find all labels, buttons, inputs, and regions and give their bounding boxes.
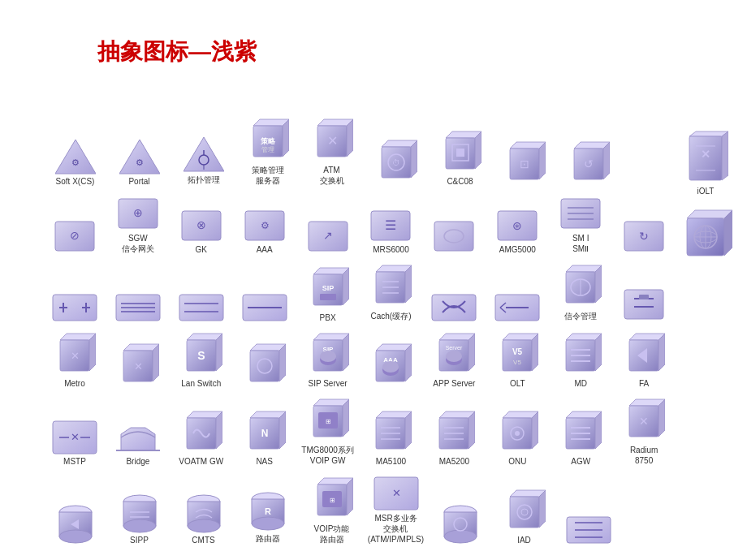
row-4: ✕ Metro ✕ S Lan Switch: [45, 332, 674, 388]
topology-icon: [184, 136, 224, 173]
svg-rect-66: [179, 295, 223, 321]
svg-marker-227: [722, 131, 728, 180]
svg-text:SIP: SIP: [322, 284, 334, 292]
side-item-iolt: ✕ iOLT: [683, 130, 728, 196]
e3-icon: ↺: [568, 140, 610, 186]
cyl2-icon: [441, 502, 480, 545]
r3e4-icon: [241, 293, 288, 322]
svg-point-203: [252, 517, 284, 530]
page-title: 抽象图标—浅紫: [97, 37, 257, 67]
icon-item-ma5100: MA5100: [361, 410, 421, 466]
icon-item-r2e2: ↗: [298, 218, 358, 254]
gk-label: GK: [196, 245, 207, 254]
svg-text:↺: ↺: [584, 157, 594, 170]
r3e6-icon: [494, 293, 541, 322]
row-5: ✕ MSTP Bridge: [45, 398, 674, 466]
icon-item-amg5000: ⊛ AMG5000: [487, 208, 547, 254]
svg-text:☰: ☰: [385, 218, 396, 232]
topology-label: 拓扑管理: [188, 174, 220, 186]
msr-icon: ✕: [373, 476, 420, 511]
r4e12-icon: ✕: [117, 342, 159, 388]
icon-item-topology: 拓扑管理: [173, 136, 234, 186]
svg-marker-102: [153, 344, 159, 381]
svg-marker-143: [658, 334, 665, 371]
r4e13-icon: [244, 342, 286, 388]
svg-marker-120: [405, 344, 412, 381]
icon-item-r3e6: [487, 293, 547, 322]
mstp-label: MSTP: [63, 457, 86, 466]
r2e2-icon: ↗: [307, 218, 349, 254]
fa-icon: [623, 332, 665, 377]
agw-icon: [559, 410, 602, 455]
router-label: 路由器: [256, 533, 280, 545]
svg-text:V5: V5: [512, 347, 523, 356]
svg-marker-152: [216, 411, 222, 449]
icon-item-mrs6000: ☰ MRS6000: [361, 208, 421, 254]
ma5200-icon: [433, 410, 475, 455]
bridge-label: Bridge: [126, 457, 149, 466]
iolt-icon: ✕: [683, 130, 728, 185]
appserver-icon: Server: [433, 332, 475, 377]
onu-label: ONU: [508, 457, 526, 466]
r2e4-icon: ↻: [623, 218, 665, 254]
icon-item-tmg: ⊞ TMG8000系列VOIP GW: [298, 398, 358, 466]
icon-item-cc08: C&C08: [430, 130, 490, 186]
cach-label: Cach(缓存): [370, 311, 411, 322]
svg-marker-106: [216, 334, 222, 371]
icon-grid: ⚙ Soft X(CS) ⚙ Portal 拓扑管理: [45, 118, 674, 554]
svg-text:✕: ✕: [70, 431, 79, 443]
icon-item-agw: AGW: [551, 410, 611, 466]
svg-rect-47: [434, 222, 473, 251]
icon-item-ma5200: MA5200: [424, 410, 484, 466]
svg-text:↗: ↗: [323, 229, 333, 242]
icon-item-sigm: 信令管理: [551, 264, 611, 322]
r3e5-icon: [430, 293, 477, 322]
svg-text:⚙: ⚙: [71, 157, 80, 167]
portal-label: Portal: [128, 177, 149, 186]
svg-point-123: [382, 361, 399, 373]
atm-icon: ✕: [311, 118, 353, 163]
cmts-icon: [184, 492, 223, 534]
r4e14-icon: AAA: [369, 342, 412, 388]
svg-text:✕: ✕: [639, 415, 649, 428]
icon-item-softx: ⚙ Soft X(CS): [45, 138, 106, 186]
icon-item-e1: ⏱: [365, 139, 426, 186]
onu-icon: [496, 410, 538, 455]
icon-item-onu: ONU: [487, 410, 547, 466]
svg-text:⏱: ⏱: [392, 158, 400, 167]
portal-icon: ⚙: [119, 138, 160, 175]
svg-marker-137: [595, 334, 602, 371]
svg-text:Server: Server: [446, 345, 463, 351]
icon-item-e2: ⊡: [494, 140, 555, 186]
icon-item-sgw: ⊕ SGW信令网关: [108, 196, 168, 254]
bigcube-icon: [679, 207, 732, 261]
icon-item-r4e13: [235, 342, 295, 388]
r2e3-icon: [433, 218, 475, 254]
icon-item-sm: SM ISMⅡ: [551, 196, 611, 254]
tmg-label: TMG8000系列VOIP GW: [301, 445, 353, 466]
msr-label: MSR多业务交换机(ATM/IP/MPLS): [368, 513, 424, 545]
icon-item-aaa: ⚙ AAA: [235, 208, 295, 254]
atm-label: ATM交换机: [320, 165, 344, 186]
svg-marker-114: [343, 334, 349, 371]
svg-text:✕: ✕: [701, 148, 710, 161]
icon-item-e3: ↺: [558, 140, 619, 186]
svg-text:S: S: [197, 349, 205, 362]
svg-marker-89: [595, 265, 602, 303]
svg-marker-78: [405, 265, 412, 303]
svg-rect-75: [320, 294, 336, 300]
icon-item-r3e4: [235, 293, 295, 322]
voatm-label: VOATM GW: [179, 457, 223, 466]
icon-item-r3e1: [45, 293, 105, 322]
icon-item-r3e2: [108, 293, 168, 322]
icon-item-sipserver: SIP SIP Server: [298, 332, 358, 388]
row-3: SIP PBX Cach(缓存): [45, 264, 674, 322]
appserver-label: APP Server: [433, 379, 475, 388]
svg-marker-132: [532, 334, 538, 371]
lanswitch-label: Lan Switch: [181, 379, 221, 388]
svg-point-200: [188, 519, 220, 532]
icon-item-voip: ⊞ VOIP功能路由器: [301, 476, 362, 545]
svg-point-195: [123, 519, 156, 532]
voip-label: VOIP功能路由器: [314, 523, 350, 545]
cc08-label: C&C08: [447, 177, 473, 186]
